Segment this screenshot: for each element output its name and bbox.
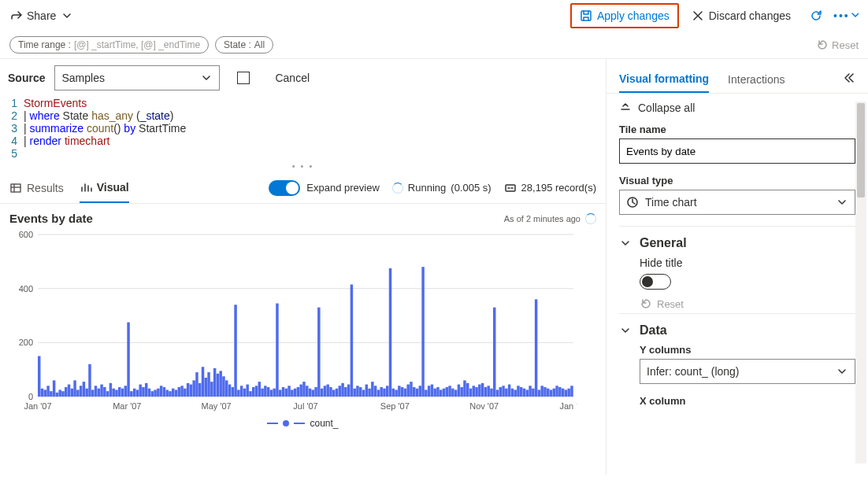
svg-rect-55 [169,391,171,397]
general-reset-button[interactable]: Reset [640,297,855,310]
resize-handle[interactable]: • • • [0,161,606,172]
svg-rect-125 [377,390,380,397]
svg-rect-88 [267,387,269,397]
svg-rect-30 [95,386,97,397]
svg-rect-144 [433,389,436,397]
svg-rect-162 [487,386,489,397]
query-editor[interactable]: 1StormEvents2| where State has_any (_sta… [0,95,606,161]
svg-rect-107 [324,386,326,397]
apply-changes-button[interactable]: Apply changes [570,3,679,28]
collapse-icon [619,102,632,114]
visual-type-select[interactable]: Time chart [619,190,855,215]
svg-rect-79 [240,386,243,397]
svg-rect-62 [190,385,192,397]
svg-rect-77 [234,305,236,397]
svg-rect-105 [317,308,320,397]
svg-rect-149 [448,386,451,397]
save-icon [580,9,592,22]
svg-rect-143 [431,385,433,397]
svg-rect-45 [139,385,141,397]
section-general-toggle[interactable]: General [619,236,855,250]
tab-results[interactable]: Results [9,172,64,203]
tile-name-input[interactable] [619,138,855,164]
svg-rect-179 [538,390,540,397]
tab-visual-formatting[interactable]: Visual formatting [619,65,709,93]
svg-rect-85 [258,382,261,397]
checkbox[interactable] [237,72,250,84]
svg-rect-86 [261,389,263,397]
svg-rect-113 [341,383,343,397]
cancel-button[interactable]: Cancel [275,72,310,84]
svg-text:400: 400 [19,284,33,294]
svg-rect-25 [80,386,82,397]
svg-rect-82 [249,391,251,397]
svg-rect-133 [401,387,403,397]
svg-rect-112 [339,386,341,397]
source-dropdown[interactable]: Samples [54,65,220,90]
svg-rect-165 [496,390,499,397]
svg-rect-140 [421,267,424,397]
more-icon: ••• [833,9,850,22]
visual-type-label: Visual type [619,175,855,186]
state-filter[interactable]: State : All [215,36,273,54]
svg-rect-120 [362,390,365,397]
scrollbar-thumb[interactable] [857,103,865,198]
panel-scrollbar[interactable] [855,102,866,463]
svg-rect-110 [332,390,335,397]
expand-panel-button[interactable] [843,72,855,87]
svg-text:600: 600 [19,231,33,239]
svg-text:Sep '07: Sep '07 [380,401,410,411]
reset-icon [816,39,829,51]
discard-changes-button[interactable]: Discard changes [684,5,799,27]
section-data-toggle[interactable]: Data [619,323,855,338]
collapse-all-button[interactable]: Collapse all [619,102,855,114]
svg-rect-48 [148,389,150,397]
svg-rect-130 [392,389,395,397]
svg-rect-28 [88,364,91,397]
svg-rect-95 [287,386,290,397]
svg-rect-38 [118,387,121,397]
svg-rect-159 [478,385,480,397]
svg-rect-129 [389,268,391,397]
svg-rect-89 [270,390,273,397]
tab-interactions[interactable]: Interactions [728,65,785,93]
svg-rect-188 [565,390,567,397]
chart-asof: As of 2 minutes ago [504,214,581,223]
refresh-button[interactable] [803,3,829,28]
svg-rect-172 [517,386,519,397]
svg-rect-152 [458,385,460,397]
svg-rect-153 [460,387,462,397]
tab-visual[interactable]: Visual [80,172,129,203]
svg-rect-74 [225,380,228,397]
svg-rect-90 [273,389,275,397]
hide-title-toggle[interactable] [640,274,671,290]
chevron-down-icon [200,72,213,84]
svg-rect-150 [451,389,454,397]
svg-rect-97 [294,389,296,397]
svg-rect-37 [115,390,117,397]
legend-marker [283,420,289,426]
svg-rect-123 [371,382,373,397]
section-general-title: General [640,236,687,250]
filter-reset-button[interactable]: Reset [816,39,859,51]
ycolumns-select[interactable]: Infer: count_ (long) [640,359,855,384]
time-range-filter[interactable]: Time range : [@] _startTime, [@] _endTim… [9,36,209,54]
svg-rect-53 [163,387,165,397]
svg-rect-27 [85,389,87,397]
svg-rect-47 [145,383,147,397]
svg-rect-134 [404,389,406,397]
svg-rect-146 [440,390,442,397]
chevron-down-icon [619,324,632,337]
share-button[interactable]: Share [9,9,73,22]
svg-rect-167 [502,386,504,397]
svg-text:Nov '07: Nov '07 [469,401,499,411]
reset-label: Reset [832,39,859,51]
expand-preview-toggle[interactable] [269,180,300,196]
svg-rect-2 [506,185,515,191]
chevron-down-icon [836,196,848,209]
more-button[interactable]: ••• [833,3,859,28]
svg-rect-185 [555,386,558,397]
svg-rect-51 [157,389,159,397]
svg-rect-163 [490,389,492,397]
running-time: (0.005 s) [451,182,491,194]
